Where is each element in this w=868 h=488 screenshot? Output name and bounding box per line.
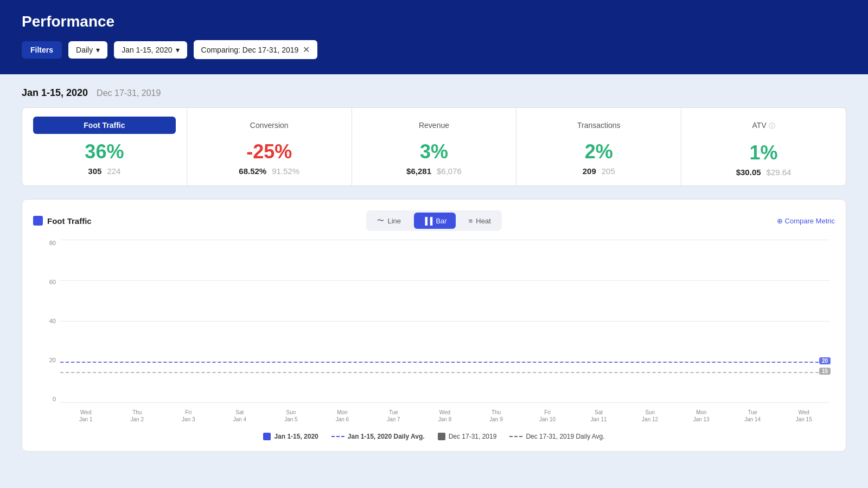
y-label: 20	[39, 357, 60, 363]
date-primary: Jan 1-15, 2020	[22, 87, 88, 99]
metric-values: 209 205	[527, 166, 670, 176]
y-label: 0	[39, 396, 60, 402]
x-label: WedJan 15	[778, 402, 829, 424]
chart-title: Foot Traffic	[33, 216, 92, 226]
legend-dot-blue	[263, 433, 271, 440]
metric-values: 305 224	[33, 166, 176, 176]
plus-circle-icon: ⊕	[777, 217, 783, 225]
metric-values: $6,281 $6,076	[363, 166, 506, 176]
metric-pct: 1%	[692, 142, 835, 164]
x-label: MonJan 6	[317, 402, 368, 424]
chart-type-btn-line[interactable]: 〜 Line	[368, 213, 410, 229]
legend-item: Dec 17-31, 2019	[438, 433, 497, 440]
x-label: TueJan 14	[727, 402, 778, 424]
legend-line-blue	[331, 436, 344, 437]
y-axis-labels: 806040200	[39, 240, 60, 402]
legend-item: Jan 1-15, 2020	[263, 433, 318, 440]
comparing-button[interactable]: Comparing: Dec 17-31, 2019 ✕	[194, 40, 318, 59]
legend-label: Dec 17-31, 2019	[449, 433, 497, 440]
avg-line-secondary: 15	[60, 372, 829, 373]
legend-line-gray	[509, 436, 522, 437]
x-axis-labels: WedJan 1ThuJan 2FriJan 3SatJan 4SunJan 5…	[60, 402, 829, 424]
y-label: 60	[39, 279, 60, 285]
metric-val-secondary: $29.64	[767, 168, 792, 177]
x-label: FriJan 10	[522, 402, 573, 424]
x-label: WedJan 8	[419, 402, 471, 424]
metric-label: Foot Traffic	[33, 117, 176, 134]
y-label: 40	[39, 318, 60, 324]
metric-card-revenue[interactable]: Revenue 3% $6,281 $6,076	[352, 108, 517, 185]
metric-val-primary: 209	[583, 166, 596, 176]
filters-button[interactable]: Filters	[22, 41, 62, 59]
x-label: TueJan 7	[368, 402, 419, 424]
x-label: SunJan 5	[265, 402, 317, 424]
main-content: Jan 1-15, 2020 Dec 17-31, 2019 Foot Traf…	[0, 74, 868, 465]
metric-values: $30.05 $29.64	[692, 168, 835, 177]
page-title: Performance	[22, 13, 846, 30]
metric-label: Conversion	[198, 117, 341, 134]
metric-val-secondary: $6,076	[437, 166, 462, 176]
legend-item: Dec 17-31, 2019 Daily Avg.	[509, 433, 604, 440]
avg-line-primary: 20	[60, 362, 829, 363]
metric-card-conversion[interactable]: Conversion -25% 68.52% 91.52%	[187, 108, 352, 185]
x-label: WedJan 1	[60, 402, 112, 424]
x-label: MonJan 13	[675, 402, 727, 424]
metric-pct: 3%	[363, 140, 506, 163]
metric-val-primary: 68.52%	[239, 166, 266, 176]
avg-lines-container: 2015	[60, 240, 829, 402]
metric-pct: -25%	[198, 140, 341, 163]
metric-card-transactions[interactable]: Transactions 2% 209 205	[516, 108, 681, 185]
metric-val-primary: $6,281	[406, 166, 431, 176]
metrics-row: Foot Traffic 36% 305 224 Conversion -25%…	[22, 107, 846, 186]
metric-val-primary: 305	[88, 166, 101, 176]
metric-pct: 36%	[33, 140, 176, 163]
metric-label: Transactions	[527, 117, 670, 134]
metric-values: 68.52% 91.52%	[198, 166, 341, 176]
chevron-down-icon: ▾	[96, 46, 100, 54]
chart-color-dot	[33, 216, 43, 226]
date-secondary: Dec 17-31, 2019	[97, 88, 161, 98]
x-label: FriJan 3	[163, 402, 214, 424]
x-label: SunJan 12	[624, 402, 676, 424]
legend-label: Jan 1-15, 2020	[274, 433, 318, 440]
metric-card-atv[interactable]: ATV ⓘ 1% $30.05 $29.64	[681, 108, 846, 185]
header: Performance Filters Daily ▾ Jan 1-15, 20…	[0, 0, 868, 74]
chart-area: 8060402002015WedJan 1ThuJan 2FriJan 3Sat…	[39, 240, 829, 424]
metric-pct: 2%	[527, 140, 670, 163]
date-row: Jan 1-15, 2020 Dec 17-31, 2019	[22, 87, 846, 99]
chart-toolbar: Foot Traffic 〜 Line▐▐ Bar≡ Heat ⊕ Compar…	[33, 210, 835, 231]
chart-type-btn-bar[interactable]: ▐▐ Bar	[414, 213, 456, 229]
header-controls: Filters Daily ▾ Jan 1-15, 2020 ▾ Compari…	[22, 40, 846, 59]
metric-label: Revenue	[363, 117, 506, 134]
frequency-dropdown[interactable]: Daily ▾	[68, 41, 107, 59]
legend-label: Jan 1-15, 2020 Daily Avg.	[348, 433, 425, 440]
y-label: 80	[39, 240, 60, 246]
legend-dot-gray	[438, 433, 445, 440]
metric-val-primary: $30.05	[736, 168, 761, 177]
avg-badge-secondary: 15	[819, 368, 831, 375]
x-label: ThuJan 2	[112, 402, 163, 424]
metric-val-secondary: 224	[107, 166, 120, 176]
avg-badge-primary: 20	[819, 357, 831, 364]
x-label: SatJan 11	[573, 402, 624, 424]
legend-label: Dec 17-31, 2019 Daily Avg.	[526, 433, 604, 440]
x-label: ThuJan 9	[470, 402, 522, 424]
chart-section: Foot Traffic 〜 Line▐▐ Bar≡ Heat ⊕ Compar…	[22, 199, 846, 452]
chart-type-buttons: 〜 Line▐▐ Bar≡ Heat	[366, 210, 501, 231]
chart-legend: Jan 1-15, 2020Jan 1-15, 2020 Daily Avg.D…	[33, 433, 835, 440]
close-icon[interactable]: ✕	[303, 44, 310, 55]
compare-metric-button[interactable]: ⊕ Compare Metric	[777, 217, 835, 225]
metric-card-foot-traffic[interactable]: Foot Traffic 36% 305 224	[22, 108, 187, 185]
chart-type-btn-heat[interactable]: ≡ Heat	[460, 213, 500, 229]
chevron-down-icon: ▾	[176, 46, 180, 54]
x-label: SatJan 4	[214, 402, 266, 424]
metric-val-secondary: 205	[602, 166, 615, 176]
metric-val-secondary: 91.52%	[272, 166, 299, 176]
metric-label: ATV ⓘ	[692, 117, 835, 135]
date-range-dropdown[interactable]: Jan 1-15, 2020 ▾	[114, 41, 187, 59]
legend-item: Jan 1-15, 2020 Daily Avg.	[331, 433, 425, 440]
